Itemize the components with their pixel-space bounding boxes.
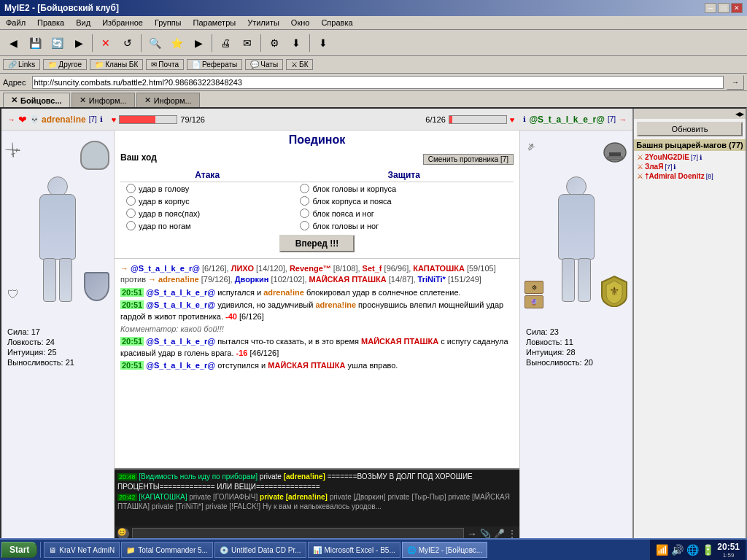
left-info-icon[interactable]: ℹ (100, 115, 103, 123)
chat-line-2: 20:42 [КАПАТОШКА] private [ГОЛИАФЫЧ] pri… (117, 492, 516, 512)
print-button[interactable]: 🖨 (215, 33, 236, 53)
tower-name-2[interactable]: ЗлаЯ (645, 163, 663, 171)
tower-sword-2: ⚔ (637, 163, 643, 171)
tower-name-3[interactable]: †Admiral Doenitz (645, 172, 705, 180)
taskbar: Start 🖥 KraV NeT AdmiN 📁 Total Commander… (0, 538, 747, 560)
star-button[interactable]: ⭐ (166, 33, 187, 53)
settings-button[interactable]: ⚙ (264, 33, 285, 53)
switch-opponent-button[interactable]: Сменить противника [7] (423, 154, 514, 165)
start-button[interactable]: Start (1, 542, 37, 558)
svg-rect-1 (608, 157, 622, 160)
tray-icon-4[interactable]: 🔋 (702, 544, 714, 556)
defense-radio-2[interactable] (300, 196, 309, 206)
menu-file[interactable]: Файл (3, 18, 28, 28)
defense-radio-3[interactable] (300, 209, 309, 218)
tray-icon-2[interactable]: 🔊 (671, 544, 684, 556)
menu-params[interactable]: Параметры (190, 18, 239, 28)
stop-button[interactable]: ✕ (96, 33, 116, 53)
arrow-left-icon: → (120, 264, 131, 273)
tower-info-1[interactable]: ℹ (700, 154, 702, 161)
right-info-icon[interactable]: ℹ (523, 115, 526, 123)
media-button[interactable]: ▶ (188, 33, 209, 53)
search-button[interactable]: 🔍 (144, 33, 165, 53)
log-e2-hp: [6/126] (239, 312, 264, 321)
tray-icon-3[interactable]: 🌐 (686, 544, 699, 556)
link-links[interactable]: 🔗 Links (3, 59, 40, 70)
tray-icon-1[interactable]: 📶 (656, 544, 668, 556)
defense-option-2: блок корпуса и пояса (294, 195, 514, 207)
refresh-nav-button[interactable]: 🔄 (47, 33, 67, 53)
addressbar: Адрес → (0, 74, 747, 91)
taskbar-item-5[interactable]: 🌐 MyIE2 - [Бойцовс... (402, 542, 487, 558)
taskbar-item-3[interactable]: 💿 Untitled Data CD Pr... (214, 542, 306, 558)
scroll-right-icon[interactable]: ▶ (740, 111, 744, 117)
menu-edit[interactable]: Правка (34, 18, 67, 28)
chat-mic-icon[interactable]: 🎤 (494, 529, 505, 539)
home-button[interactable]: ↺ (117, 33, 138, 53)
chat-area: 20:48 [Видимость ноль иду по приборам] p… (115, 468, 519, 541)
link-chats[interactable]: 💬 Чаты (245, 59, 283, 70)
download-button[interactable]: ⬇ (286, 33, 306, 53)
save-button[interactable]: 💾 (25, 33, 45, 53)
tower-refresh-button[interactable]: Обновить (637, 122, 743, 136)
sep1 (92, 34, 93, 52)
log-setf-hp: [96/96], (384, 264, 414, 273)
right-leg-l (562, 258, 575, 302)
go-button[interactable]: → (727, 75, 744, 90)
link-mail[interactable]: ✉ Почта (146, 59, 184, 70)
tower-info-2[interactable]: ℹ (673, 163, 676, 171)
attack-radio-2[interactable] (126, 196, 136, 206)
link-clans[interactable]: 📁 Кланы БК (90, 59, 143, 70)
maximize-button[interactable]: □ (718, 3, 729, 13)
close-button[interactable]: ✕ (731, 3, 743, 13)
right-leg-r (578, 258, 591, 302)
back-button[interactable]: ◀ (3, 33, 23, 53)
defense-header: Защита (294, 168, 514, 182)
clock-time: 20:51 (717, 542, 740, 552)
menu-favorites[interactable]: Избранное (99, 18, 146, 28)
attack-radio-1[interactable] (126, 184, 136, 193)
chat-attach-icon[interactable]: 📎 (480, 529, 491, 539)
link-other[interactable]: 📁 Другое (43, 59, 87, 70)
attack-radio-4[interactable] (126, 221, 136, 230)
link-refs[interactable]: 📄 Рефераты (187, 59, 242, 70)
taskbar-item-1[interactable]: 🖥 KraV NeT AdmiN (44, 542, 120, 558)
chat-more-icon[interactable]: ⋮ (508, 529, 516, 539)
toolbar: ◀ 💾 🔄 ▶ ✕ ↺ 🔍 ⭐ ▶ 🖨 ✉ ⚙ ⬇ ⬇ (0, 30, 747, 56)
forward-nav-button[interactable]: ▶ (69, 33, 89, 53)
minimize-button[interactable]: ─ (705, 3, 716, 13)
menu-utils[interactable]: Утилиты (244, 18, 282, 28)
right-fighter-level: [7] (608, 115, 616, 123)
defense-radio-4[interactable] (300, 221, 309, 230)
tower-level-3: [8] (706, 173, 713, 180)
extra-button[interactable]: ⬇ (313, 33, 333, 53)
left-heart-icon: ❤ (18, 114, 27, 125)
log-time-1: 20:51 (120, 288, 144, 297)
attack-radio-3[interactable] (126, 209, 136, 218)
forward-button[interactable]: Вперед !!! (279, 235, 355, 252)
tab-info1[interactable]: ✕ Информ... (71, 93, 135, 107)
address-input[interactable] (32, 76, 724, 89)
mail-button[interactable]: ✉ (237, 33, 258, 53)
menu-view[interactable]: Вид (73, 18, 93, 28)
menu-help[interactable]: Справка (318, 18, 355, 28)
sep3 (212, 34, 212, 52)
chat-l1-text1: [Видимость ноль иду по приборам] (139, 472, 260, 481)
menu-groups[interactable]: Группы (152, 18, 185, 28)
tower-name-1[interactable]: 2YouNG2DiE (645, 153, 689, 161)
defense-radio-1[interactable] (300, 184, 309, 193)
left-hp-fill (120, 116, 155, 123)
taskbar-item-2[interactable]: 📁 Total Commander 5... (121, 542, 213, 558)
left-leg-r (59, 258, 72, 302)
attack-option-3: удар в пояс(пах) (120, 207, 294, 219)
menu-window[interactable]: Окно (288, 18, 313, 28)
svg-rect-2 (609, 152, 621, 156)
link-bk[interactable]: ⚔ БК (286, 59, 313, 70)
log-triniti-hp: [151/249] (448, 275, 481, 284)
taskbar-item-4[interactable]: 📊 Microsoft Excel - B5... (308, 542, 400, 558)
attack-option-1: удар в голову (120, 182, 294, 195)
left-armor-icon: 🛡 (7, 288, 19, 301)
left-skull-icon: 💀 (30, 115, 39, 123)
tab-main[interactable]: ✕ Бойцовс... (3, 93, 70, 107)
tab-info2[interactable]: ✕ Информ... (136, 93, 200, 107)
